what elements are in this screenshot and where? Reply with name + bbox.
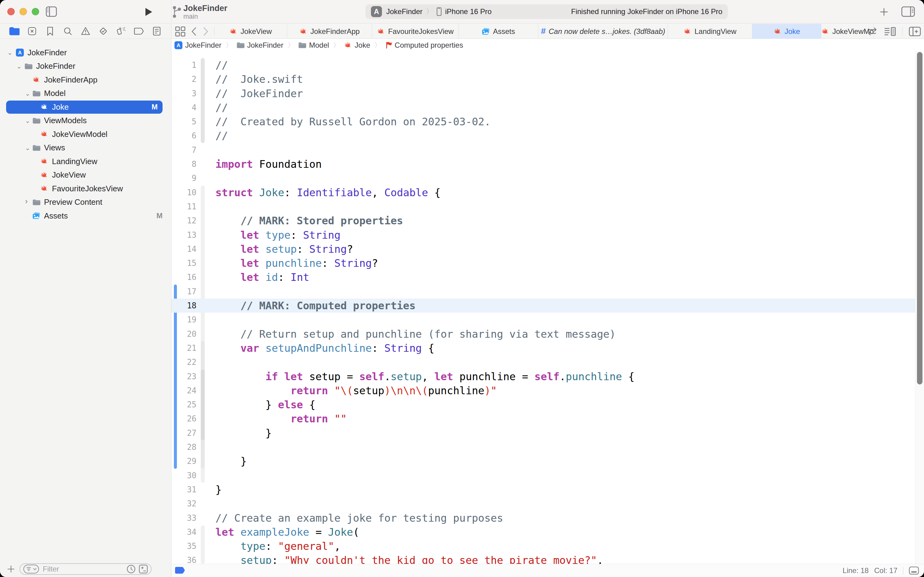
filter-field[interactable] xyxy=(19,563,151,575)
sidebar-item-viewmodels[interactable]: ⌄ViewModels xyxy=(0,114,171,128)
recent-files-clock-icon[interactable] xyxy=(127,564,136,574)
filter-input[interactable] xyxy=(42,564,127,574)
jumpbar-item-jokefinder[interactable]: JokeFinder xyxy=(237,41,283,50)
scrollbar-thumb[interactable] xyxy=(917,52,922,384)
go-back-icon[interactable] xyxy=(191,27,197,36)
source-editor[interactable]: 1//2// Joke.swift3// JokeFinder4//5// Cr… xyxy=(171,52,924,564)
disclosure-open-icon[interactable]: ⌄ xyxy=(25,144,30,152)
run-destination[interactable]: iPhone 16 Pro xyxy=(445,7,492,16)
code-line-15[interactable]: 15 let punchline: String? xyxy=(171,256,924,270)
sidebar-item-favouritejokesview[interactable]: FavouriteJokesView xyxy=(0,182,171,196)
run-button[interactable] xyxy=(145,7,153,16)
code-line-25[interactable]: 25 } else { xyxy=(171,398,924,412)
library-plus-icon[interactable] xyxy=(879,7,889,16)
code-line-14[interactable]: 14 let setup: String? xyxy=(171,242,924,256)
tab-joke[interactable]: Joke xyxy=(752,24,821,39)
bookmarks-icon[interactable] xyxy=(45,26,55,36)
tab-can-now-delete-s-jokes-3[interactable]: #Can now delete s…jokes. (3df8aab) xyxy=(538,24,668,39)
source-control-icon[interactable] xyxy=(27,26,37,36)
tab-jokefinderapp[interactable]: JokeFinderApp xyxy=(287,24,372,39)
zoom-window-button[interactable] xyxy=(32,8,39,15)
search-icon[interactable] xyxy=(63,26,73,36)
code-line-18[interactable]: 18 // MARK: Computed properties xyxy=(171,298,915,313)
add-item-button[interactable] xyxy=(5,565,16,573)
close-window-button[interactable] xyxy=(7,8,14,15)
code-line-1[interactable]: 1// xyxy=(171,58,924,72)
code-line-19[interactable]: 19 xyxy=(171,313,924,327)
sidebar-item-joke[interactable]: JokeM xyxy=(0,100,171,114)
minimap-icon[interactable] xyxy=(884,27,896,36)
code-line-7[interactable]: 7 xyxy=(171,143,924,157)
code-line-6[interactable]: 6// xyxy=(171,129,924,143)
code-line-16[interactable]: 16 let id: Int xyxy=(171,270,924,284)
code-line-10[interactable]: 10struct Joke: Identifiable, Codable { xyxy=(171,185,924,200)
minimize-window-button[interactable] xyxy=(19,8,27,15)
issues-icon[interactable] xyxy=(80,26,91,36)
tab-landingview[interactable]: LandingView xyxy=(668,24,752,39)
project-navigator-folder-icon[interactable] xyxy=(9,26,19,36)
tab-assets[interactable]: Assets xyxy=(459,24,538,39)
disclosure-open-icon[interactable]: ⌄ xyxy=(16,63,22,70)
toggle-sidebar-icon[interactable] xyxy=(46,6,57,17)
sidebar-item-landingview[interactable]: LandingView xyxy=(0,155,171,168)
jumpbar-item-computed-properties[interactable]: Computed properties xyxy=(385,41,463,50)
breakpoint-tag-icon[interactable] xyxy=(175,567,186,574)
editor-only-layout-icon[interactable] xyxy=(909,566,919,575)
code-line-5[interactable]: 5// Created by Russell Gordon on 2025-03… xyxy=(171,114,924,129)
add-editor-icon[interactable] xyxy=(909,27,921,36)
debug-icon[interactable] xyxy=(116,26,126,36)
sidebar-item-jokefinder[interactable]: ⌄JokeFinder xyxy=(0,60,171,73)
sidebar-item-jokeview[interactable]: JokeView xyxy=(0,168,171,182)
code-line-31[interactable]: 31} xyxy=(171,483,924,496)
code-line-24[interactable]: 24 return "\(setup)\n\n\(punchline)" xyxy=(171,384,924,398)
jumpbar-item-jokefinder[interactable]: AJokeFinder xyxy=(174,41,222,50)
code-line-21[interactable]: 21 var setupAndPunchline: String { xyxy=(171,341,924,355)
code-line-35[interactable]: 35 type: "general", xyxy=(171,539,924,553)
code-line-27[interactable]: 27 } xyxy=(171,426,924,440)
code-line-36[interactable]: 36 setup: "Why couldn't the kid go to se… xyxy=(171,553,924,564)
code-line-9[interactable]: 9 xyxy=(171,171,924,185)
disclosure-open-icon[interactable]: ⌄ xyxy=(7,49,13,56)
code-line-2[interactable]: 2// Joke.swift xyxy=(171,72,924,86)
code-line-34[interactable]: 34let exampleJoke = Joke( xyxy=(171,525,924,539)
code-line-4[interactable]: 4// xyxy=(171,100,924,114)
tab-favouritejokesview[interactable]: FavouriteJokesView xyxy=(372,24,459,39)
disclosure-closed-icon[interactable]: › xyxy=(25,197,28,206)
sidebar-item-views[interactable]: ⌄Views xyxy=(0,141,171,155)
toggle-inspector-icon[interactable] xyxy=(901,6,915,17)
code-line-26[interactable]: 26 return "" xyxy=(171,412,924,426)
code-line-11[interactable]: 11 xyxy=(171,200,924,214)
code-line-32[interactable]: 32 xyxy=(171,496,924,511)
sidebar-item-preview-content[interactable]: ›Preview Content xyxy=(0,196,171,210)
code-line-30[interactable]: 30 xyxy=(171,469,924,483)
jumpbar-item-joke[interactable]: Joke xyxy=(344,41,370,50)
code-line-23[interactable]: 23 if let setup = self.setup, let punchl… xyxy=(171,369,924,384)
disclosure-open-icon[interactable]: ⌄ xyxy=(25,90,30,97)
code-line-17[interactable]: 17 xyxy=(171,285,924,298)
source-control-status-filter-icon[interactable] xyxy=(139,564,148,574)
go-forward-icon[interactable] xyxy=(203,27,209,36)
scheme-app-name[interactable]: JokeFinder xyxy=(386,7,423,16)
code-line-22[interactable]: 22 xyxy=(171,355,924,369)
tab-jokeview[interactable]: JokeView xyxy=(214,24,287,39)
sidebar-item-model[interactable]: ⌄Model xyxy=(0,87,171,100)
code-line-29[interactable]: 29 } xyxy=(171,454,924,468)
tab-jokeviewmodel[interactable]: JokeViewModel xyxy=(821,24,874,39)
swap-editor-icon[interactable] xyxy=(867,27,878,36)
code-line-20[interactable]: 20 // Return setup and punchline (for sh… xyxy=(171,327,924,341)
jumpbar-item-model[interactable]: Model xyxy=(298,41,329,50)
sidebar-item-jokeviewmodel[interactable]: JokeViewModel xyxy=(0,127,171,141)
sidebar-item-jokefinderapp[interactable]: JokeFinderApp xyxy=(0,73,171,87)
disclosure-open-icon[interactable]: ⌄ xyxy=(25,117,30,124)
sidebar-item-assets[interactable]: AssetsM xyxy=(0,209,171,223)
breakpoints-icon[interactable] xyxy=(134,26,144,36)
code-line-28[interactable]: 28 xyxy=(171,440,924,454)
code-line-8[interactable]: 8import Foundation xyxy=(171,157,924,171)
sidebar-item-jokefinder[interactable]: ⌄AJokeFinder xyxy=(0,46,171,60)
code-line-12[interactable]: 12 // MARK: Stored properties xyxy=(171,214,924,228)
code-line-13[interactable]: 13 let type: String xyxy=(171,228,924,242)
reports-icon[interactable] xyxy=(151,26,162,36)
editor-grid-icon[interactable] xyxy=(175,26,185,37)
code-line-3[interactable]: 3// JokeFinder xyxy=(171,87,924,100)
scheme-selector[interactable]: A JokeFinder 〉 iPhone 16 Pro Finished ru… xyxy=(365,4,728,19)
